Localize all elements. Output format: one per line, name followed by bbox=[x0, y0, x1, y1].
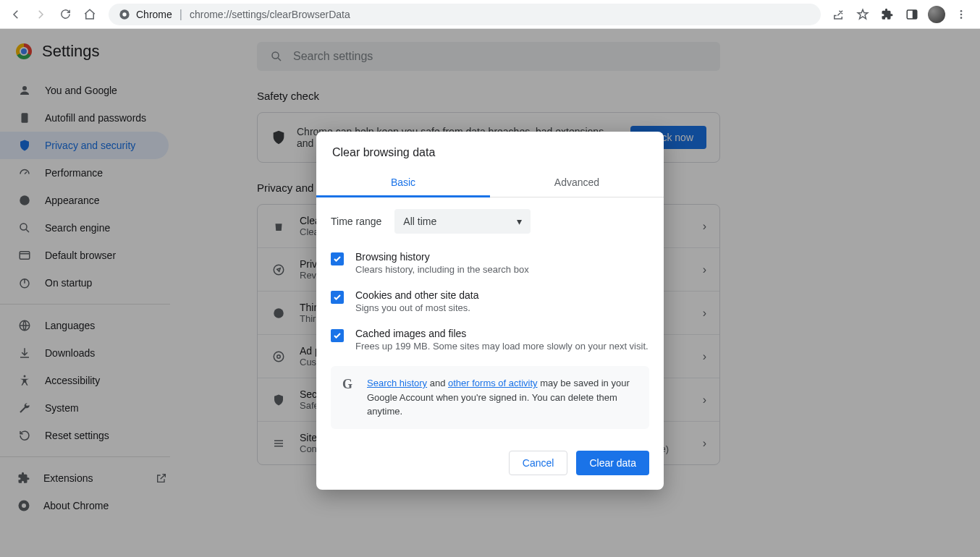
share-icon[interactable] bbox=[829, 6, 847, 23]
time-range-select[interactable]: All time ▾ bbox=[394, 209, 531, 234]
cancel-button[interactable]: Cancel bbox=[509, 451, 568, 475]
svg-rect-3 bbox=[913, 10, 917, 19]
dropdown-arrow-icon: ▾ bbox=[517, 216, 522, 227]
dialog-title: Clear browsing data bbox=[316, 132, 664, 169]
option-cookies[interactable]: Cookies and other site dataSigns you out… bbox=[331, 282, 649, 320]
other-activity-link[interactable]: other forms of activity bbox=[448, 378, 538, 388]
home-button[interactable] bbox=[80, 4, 100, 25]
clear-data-button[interactable]: Clear data bbox=[576, 451, 649, 475]
url-text: chrome://settings/clearBrowserData bbox=[190, 9, 350, 20]
tab-basic[interactable]: Basic bbox=[316, 169, 490, 197]
option-browsing-history[interactable]: Browsing historyClears history, includin… bbox=[331, 244, 649, 282]
checkbox-cookies[interactable] bbox=[331, 291, 344, 304]
clear-browsing-data-dialog: Clear browsing data Basic Advanced Time … bbox=[316, 132, 664, 490]
forward-button[interactable] bbox=[30, 4, 51, 25]
dialog-tabs: Basic Advanced bbox=[316, 169, 664, 197]
search-history-link[interactable]: Search history bbox=[367, 378, 427, 388]
menu-icon[interactable] bbox=[952, 6, 970, 23]
checkbox-browsing-history[interactable] bbox=[331, 252, 344, 265]
svg-point-6 bbox=[960, 17, 963, 19]
tab-advanced[interactable]: Advanced bbox=[490, 169, 664, 197]
option-cache[interactable]: Cached images and filesFrees up 199 MB. … bbox=[331, 320, 649, 359]
reload-button[interactable] bbox=[55, 4, 75, 25]
avatar[interactable] bbox=[928, 6, 945, 23]
google-account-info: G Search history and other forms of acti… bbox=[331, 366, 649, 429]
bookmark-icon[interactable] bbox=[854, 6, 871, 23]
svg-point-1 bbox=[122, 12, 126, 16]
time-range-label: Time range bbox=[331, 216, 381, 227]
address-bar[interactable]: Chrome | chrome://settings/clearBrowserD… bbox=[109, 4, 821, 25]
back-button[interactable] bbox=[6, 4, 26, 25]
sidepanel-icon[interactable] bbox=[903, 6, 921, 23]
google-icon: G bbox=[342, 378, 357, 392]
origin-label: Chrome bbox=[136, 9, 172, 20]
extensions-icon[interactable] bbox=[879, 6, 896, 23]
time-range-value: All time bbox=[403, 216, 436, 227]
checkbox-cache[interactable] bbox=[331, 329, 344, 342]
browser-toolbar: Chrome | chrome://settings/clearBrowserD… bbox=[0, 0, 980, 29]
svg-point-4 bbox=[960, 10, 963, 12]
svg-point-5 bbox=[960, 13, 963, 15]
site-icon bbox=[119, 9, 130, 20]
omnibox-separator: | bbox=[179, 8, 182, 21]
